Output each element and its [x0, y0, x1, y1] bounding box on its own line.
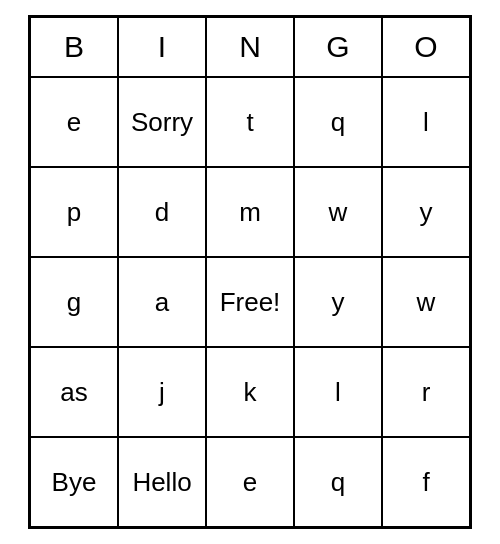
row-5: Bye Hello e q f: [30, 437, 470, 527]
cell-5-3: e: [206, 437, 294, 527]
cell-2-1: p: [30, 167, 118, 257]
cell-5-1: Bye: [30, 437, 118, 527]
cell-1-5: l: [382, 77, 470, 167]
cell-3-2: a: [118, 257, 206, 347]
cell-2-3: m: [206, 167, 294, 257]
cell-5-5: f: [382, 437, 470, 527]
cell-3-1: g: [30, 257, 118, 347]
cell-5-2: Hello: [118, 437, 206, 527]
cell-3-3: Free!: [206, 257, 294, 347]
cell-5-4: q: [294, 437, 382, 527]
cell-1-4: q: [294, 77, 382, 167]
header-n: N: [206, 17, 294, 77]
header-g: G: [294, 17, 382, 77]
cell-4-5: r: [382, 347, 470, 437]
row-1: e Sorry t q l: [30, 77, 470, 167]
cell-4-3: k: [206, 347, 294, 437]
cell-3-5: w: [382, 257, 470, 347]
cell-3-4: y: [294, 257, 382, 347]
cell-4-4: l: [294, 347, 382, 437]
cell-1-1: e: [30, 77, 118, 167]
row-4: as j k l r: [30, 347, 470, 437]
header-o: O: [382, 17, 470, 77]
cell-4-1: as: [30, 347, 118, 437]
row-2: p d m w y: [30, 167, 470, 257]
header-b: B: [30, 17, 118, 77]
cell-2-5: y: [382, 167, 470, 257]
cell-1-3: t: [206, 77, 294, 167]
row-3: g a Free! y w: [30, 257, 470, 347]
cell-2-4: w: [294, 167, 382, 257]
cell-1-2: Sorry: [118, 77, 206, 167]
header-i: I: [118, 17, 206, 77]
bingo-card: B I N G O e Sorry t q l p d m w y g a Fr…: [28, 15, 472, 529]
header-row: B I N G O: [30, 17, 470, 77]
cell-2-2: d: [118, 167, 206, 257]
cell-4-2: j: [118, 347, 206, 437]
